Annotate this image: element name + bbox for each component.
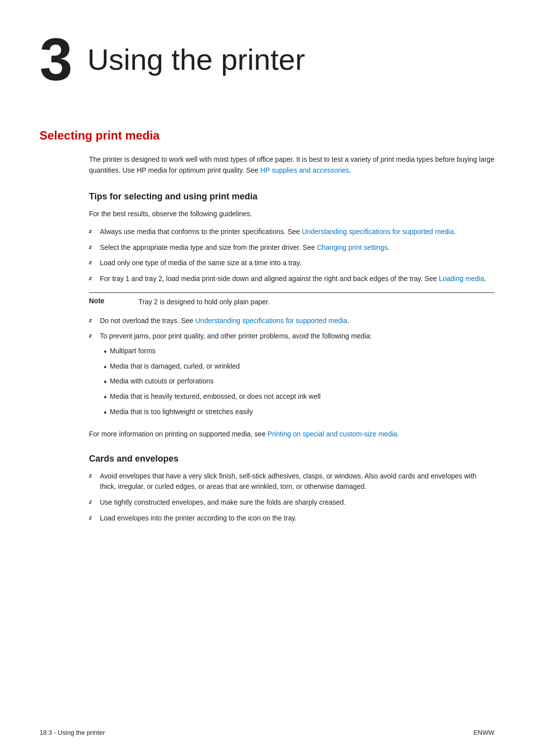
footer-left: 18 3 - Using the printer — [40, 729, 105, 736]
more-info-before: For more information on printing on supp… — [89, 430, 267, 438]
list-item: z To prevent jams, poor print quality, a… — [89, 331, 494, 422]
bullet-z-icon: z — [89, 497, 100, 506]
list-item: z Always use media that conforms to the … — [89, 227, 494, 237]
bullet-z-icon: z — [89, 242, 100, 251]
bullet-5-text-before: Do not overload the trays. See — [100, 317, 195, 325]
bullet-z-icon: z — [89, 274, 100, 283]
bullet-z-icon: z — [89, 258, 100, 267]
avoid-item-1: Multipart forms — [110, 346, 156, 357]
chapter-header: 3 Using the printer — [40, 30, 494, 89]
tips-subsection-title: Tips for selecting and using print media — [89, 191, 494, 202]
note-text: Tray 2 is designed to hold only plain pa… — [138, 297, 494, 308]
changing-print-link[interactable]: Changing print settings — [317, 243, 388, 251]
dot-icon: • — [100, 376, 110, 388]
avoid-item-4: Media that is heavily textured, embossed… — [110, 391, 320, 402]
bullet-4-text-before: For tray 1 and tray 2, load media print-… — [100, 275, 439, 283]
note-row: Note Tray 2 is designed to hold only pla… — [89, 292, 494, 308]
note-label: Note — [89, 297, 138, 305]
list-item: z Avoid envelopes that have a very slick… — [89, 471, 494, 492]
hp-supplies-link[interactable]: HP supplies and accessories — [261, 166, 350, 174]
chapter-number: 3 — [40, 30, 73, 89]
bullet-2-text-before: Select the appropriate media type and si… — [100, 243, 317, 251]
cards-bullet-list: z Avoid envelopes that have a very slick… — [89, 471, 494, 524]
footer-right: ENWW — [473, 729, 494, 736]
bullet-z-icon: z — [89, 227, 100, 236]
section-title: Selecting print media — [40, 129, 494, 142]
bullet-1-text-before: Always use media that conforms to the pr… — [100, 228, 302, 236]
list-item: • Media that is heavily textured, emboss… — [100, 391, 494, 404]
bullet-z-icon: z — [89, 513, 100, 522]
list-item: z Select the appropriate media type and … — [89, 242, 494, 253]
list-item: z Load only one type of media of the sam… — [89, 258, 494, 269]
bullet-z-icon: z — [89, 316, 100, 325]
cards-bullet-2: Use tightly constructed envelopes, and m… — [100, 497, 494, 508]
list-item: z Use tightly constructed envelopes, and… — [89, 497, 494, 508]
bullet-z-icon: z — [89, 471, 100, 480]
understanding-specs-link-2[interactable]: Understanding specifications for support… — [195, 317, 347, 325]
dot-icon: • — [100, 391, 110, 404]
bullet-3-text: Load only one type of media of the same … — [100, 258, 494, 269]
page: 3 Using the printer Selecting print medi… — [0, 0, 534, 756]
cards-section: Cards and envelopes z Avoid envelopes th… — [89, 454, 494, 524]
list-item: z For tray 1 and tray 2, load media prin… — [89, 274, 494, 284]
list-item: z Load envelopes into the printer accord… — [89, 513, 494, 524]
dot-icon: • — [100, 407, 110, 419]
tips-bullet-list-2: z Do not overload the trays. See Underst… — [89, 316, 494, 422]
list-item: • Multipart forms — [100, 346, 494, 358]
bullet-z-icon: z — [89, 331, 100, 340]
more-info-after: . — [397, 430, 399, 438]
guideline-text: For the best results, observe the follow… — [89, 209, 494, 220]
avoid-media-list: • Multipart forms • Media that is damage… — [100, 346, 494, 419]
cards-bullet-1: Avoid envelopes that have a very slick f… — [100, 471, 494, 492]
chapter-title: Using the printer — [88, 30, 305, 76]
bullet-6-text: To prevent jams, poor print quality, and… — [100, 332, 372, 340]
cards-bullet-3: Load envelopes into the printer accordin… — [100, 513, 494, 524]
page-footer: 18 3 - Using the printer ENWW — [40, 729, 494, 736]
section-intro: The printer is designed to work well wit… — [89, 154, 494, 176]
avoid-item-5: Media that is too lightweight or stretch… — [110, 407, 253, 418]
tips-bullet-list: z Always use media that conforms to the … — [89, 227, 494, 284]
dot-icon: • — [100, 361, 110, 374]
dot-icon: • — [100, 346, 110, 358]
avoid-item-3: Media with cutouts or perforations — [110, 376, 214, 387]
loading-media-link[interactable]: Loading media — [439, 275, 484, 283]
list-item: z Do not overload the trays. See Underst… — [89, 316, 494, 327]
tips-subsection: Tips for selecting and using print media… — [89, 191, 494, 523]
list-item: • Media that is too lightweight or stret… — [100, 407, 494, 419]
list-item: • Media that is damaged, curled, or wrin… — [100, 361, 494, 374]
more-info-text: For more information on printing on supp… — [89, 429, 494, 440]
understanding-specs-link-1[interactable]: Understanding specifications for support… — [302, 228, 454, 236]
cards-subsection-title: Cards and envelopes — [89, 454, 494, 464]
printing-special-link[interactable]: Printing on special and custom-size medi… — [267, 430, 397, 438]
list-item: • Media with cutouts or perforations — [100, 376, 494, 388]
avoid-item-2: Media that is damaged, curled, or wrinkl… — [110, 361, 240, 372]
